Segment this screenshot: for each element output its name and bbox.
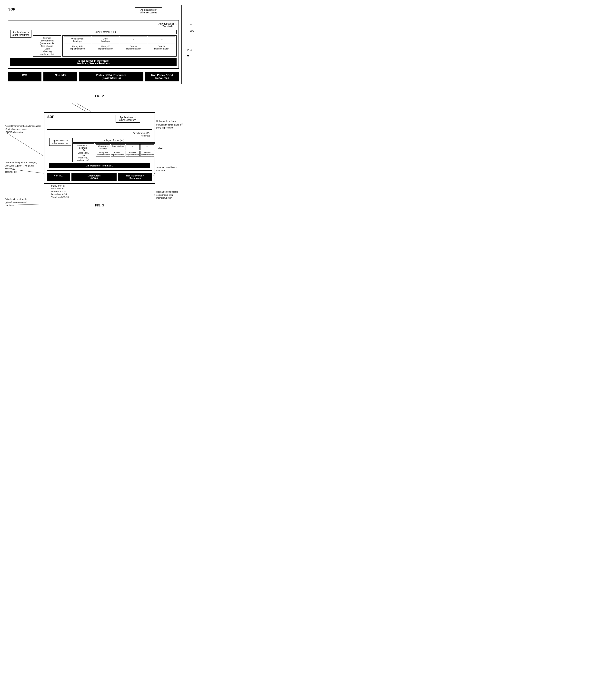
fig2-binding-0: Web service bindings — [64, 36, 91, 43]
fig2-binding-3: ... — [148, 36, 175, 43]
fig2-inner-box: Any domain (SP, Terminal) Applications o… — [8, 20, 179, 69]
fig2-apps-inner: Applications or other resources — [10, 30, 31, 38]
fig3-binding-0: Web service bindings — [96, 144, 110, 150]
svg-line-4 — [5, 132, 44, 156]
fig3-binding-1: Other bindings — [111, 144, 125, 150]
fig3-inner-box: Any domain (SP, Terminal) Applications o… — [47, 129, 152, 171]
fig2-binding-1: Other bindings — [92, 36, 119, 43]
fig2-bracket202: ⌒ — [189, 20, 193, 25]
fig2-bottom-non-parlay: Non Parlay / OSA Resources — [145, 72, 179, 81]
fig2-policy-enforcer: Policy Enforcer (PE) — [33, 30, 176, 34]
fig3-annotation-northbound: Standard Northboundinterface — [156, 166, 194, 172]
fig3-resources-bar: ...in Operators, terminals... — [49, 163, 150, 168]
fig2-apps-top: Applications or other resources — [135, 7, 162, 15]
fig2-bottom-non-ims: Non IMS — [43, 72, 77, 81]
page-container: SDP Applications or other resources Any … — [5, 5, 194, 207]
fig3-impl-3: Enabler implementation — [140, 151, 154, 156]
fig2-any-domain: Any domain (SP, Terminal) — [159, 22, 176, 28]
fig3-bottom-resources: ...Resources(SCSs) — [71, 173, 117, 181]
fig3-apps-inner: Applications or other resources — [49, 138, 71, 146]
fig3-annotation-defines: Defines interactionsbetween in domain an… — [156, 120, 194, 129]
fig2-diagram: SDP Applications or other resources Any … — [5, 5, 182, 84]
fig2-bottom-row: IMS Non IMS Parlay / OSA Resources (GW/T… — [8, 72, 179, 81]
fig2-impl-3: Enabler implementation — [148, 44, 175, 51]
fig3-annotation-oss: OSS/BSS integration + cle Mgnt,LifeCycle… — [5, 161, 43, 173]
fig3-binding-3: ... — [140, 144, 154, 150]
fig2-left-env: Exertion Environment (Software Life Cycl… — [33, 35, 61, 56]
fig2-impl-0: Parlay API implementation — [64, 44, 91, 51]
fig2-arrow204 — [187, 43, 194, 57]
fig3-impl-1: Parlay X implementation — [111, 151, 125, 156]
svg-line-10 — [153, 193, 155, 196]
fig2-bindings-row: Web service bindings Other bindings ... … — [64, 36, 175, 43]
fig3-bottom-non-im: Non IM... — [47, 173, 70, 181]
fig3-diagram: SDP Applications or other resources Any … — [44, 112, 155, 184]
fig3-policy-enforcer: Policy Enforcer (PE) — [72, 138, 156, 143]
fig3-wrapper: Policy Enforcement on all messages:-Fact… — [5, 112, 194, 207]
fig3-impl-2: Enabler implementation — [126, 151, 140, 156]
fig3-impl-0: Parlay API implementation — [96, 151, 110, 156]
fig3-annotation-policy: Policy Enforcement on all messages:-Fact… — [5, 125, 43, 134]
fig2-bottom-ims: IMS — [8, 72, 42, 81]
fig3-bottom-row: Non IM... ...Resources(SCSs) Non Parlay … — [47, 173, 152, 181]
fig3-apps-top: Applications or other resources — [116, 115, 140, 123]
fig3-sdp-title: SDP — [47, 115, 54, 119]
fig3-annotation-adapters: Adapters to abstract thenetwork resource… — [5, 198, 43, 207]
fig3-ref202: 202 — [158, 147, 162, 149]
svg-marker-1 — [187, 55, 189, 57]
fig3-main-area: For Oracle SDP Realized in J2EE SDP Appl… — [44, 112, 155, 199]
fig3-parlay-jr-note: Parlay JR/X at same level as enablers an… — [51, 185, 95, 199]
fig3-any-domain: Any domain (SP, Terminal) — [133, 132, 150, 137]
fig2-inner-header: Any domain (SP, Terminal) — [10, 22, 176, 29]
fig2-body: Exertion Environment (Software Life Cycl… — [33, 35, 176, 56]
fig3-left-env: Environme...SoftwareLifeCycle Mgnt,Loadb… — [72, 143, 94, 162]
fig3-impl-row: Parlay API implementation Parlay X imple… — [96, 151, 154, 156]
fig2-resources-bar: To Resources in Operators, terminals, Se… — [10, 58, 176, 66]
fig2-impl-1: Parlay X implementation — [92, 44, 119, 51]
fig2-sdp-title: SDP — [8, 7, 15, 11]
fig2-impl-row: Parlay API implementation Parlay X imple… — [64, 44, 175, 51]
fig3-annotation-reusable: Reusable/composablecomponents withintrin… — [156, 190, 194, 200]
fig3-binding-2: ... — [126, 144, 140, 150]
fig2-right-grid: Web service bindings Other bindings ... … — [63, 35, 176, 56]
fig3-bottom-non-parlay: Non Parlay / OSAResources — [118, 173, 152, 181]
fig2-caption: FIG. 2 — [5, 94, 194, 98]
fig2-ref202: 202 — [190, 29, 194, 32]
fig2-impl-2: Enabler implementation — [120, 44, 147, 51]
fig3-bindings-row: Web service bindings Other bindings ... … — [96, 144, 154, 150]
fig2-binding-2: ... — [120, 36, 147, 43]
fig2-bottom-parlay: Parlay / OSA Resources (GW/TW/SCSs) — [79, 72, 143, 81]
